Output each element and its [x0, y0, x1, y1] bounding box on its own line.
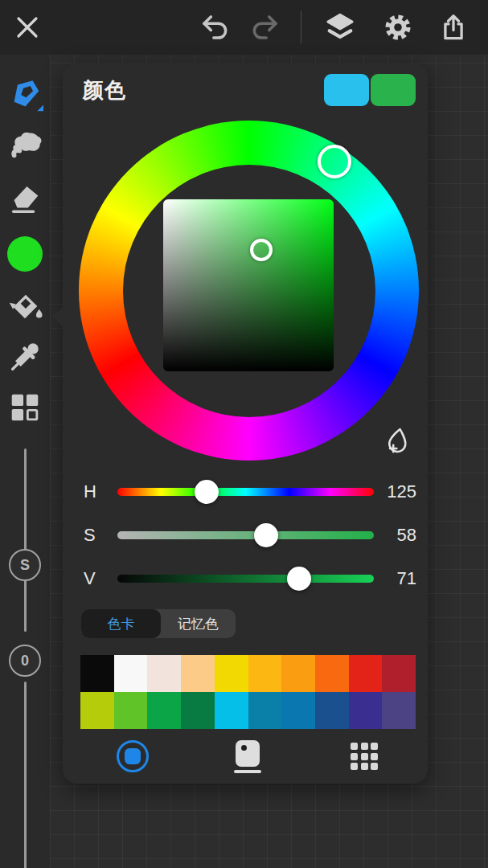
fill-bucket-icon[interactable]: [6, 287, 44, 326]
hue-slider-value: 125: [368, 481, 416, 502]
saturation-slider-label: S: [84, 525, 96, 546]
color-palette: [80, 655, 416, 729]
value-slider-track[interactable]: [117, 575, 374, 583]
brush-size-slider-track[interactable]: [24, 448, 27, 632]
current-color-swatch[interactable]: [7, 236, 43, 272]
palette-swatch[interactable]: [80, 692, 114, 729]
palette-row: [80, 692, 416, 729]
panel-title: 颜色: [83, 76, 126, 104]
palette-row: [80, 655, 416, 692]
toolbar-divider: [301, 11, 301, 43]
palette-swatch[interactable]: [382, 655, 416, 692]
brush-tool-icon[interactable]: [6, 76, 44, 114]
brush-opacity-slider-knob[interactable]: 0: [9, 645, 41, 677]
palette-swatch[interactable]: [248, 655, 282, 692]
palette-tabs: 色卡 记忆色: [81, 609, 236, 638]
value-slider-knob[interactable]: [287, 567, 311, 591]
palette-swatch[interactable]: [315, 692, 349, 729]
hue-slider-row: H 125: [63, 478, 428, 506]
app-root: S 0 颜色 H 125: [0, 0, 488, 868]
add-color-drop-icon[interactable]: [383, 425, 413, 456]
palette-swatch[interactable]: [349, 692, 383, 729]
grid-mode-icon[interactable]: [347, 739, 382, 774]
saturation-slider-knob[interactable]: [254, 523, 278, 547]
palette-swatch[interactable]: [80, 655, 114, 692]
tab-memory-colors[interactable]: 记忆色: [161, 609, 236, 638]
palette-swatch[interactable]: [114, 692, 148, 729]
palette-swatch[interactable]: [315, 655, 349, 692]
hue-slider-track[interactable]: [117, 488, 374, 496]
hue-wheel-cursor[interactable]: [318, 145, 351, 178]
eraser-tool-icon[interactable]: [6, 178, 44, 217]
brush-size-slider-knob[interactable]: S: [9, 549, 41, 581]
value-slider-row: V 71: [63, 565, 428, 592]
saturation-slider-track[interactable]: [117, 531, 374, 539]
saturation-value-cursor[interactable]: [250, 239, 273, 261]
primary-color-swatch[interactable]: [371, 74, 416, 106]
eyedropper-icon[interactable]: [6, 337, 44, 375]
brush-opacity-slider-track[interactable]: [24, 682, 27, 868]
swatch-grid-icon[interactable]: [6, 388, 44, 427]
palette-swatch[interactable]: [281, 692, 315, 729]
palette-swatch[interactable]: [215, 655, 248, 692]
secondary-color-swatch[interactable]: [324, 74, 369, 106]
hue-slider-knob[interactable]: [195, 480, 219, 504]
palette-swatch[interactable]: [147, 655, 181, 692]
palette-swatch[interactable]: [181, 655, 215, 692]
saturation-slider-value: 58: [368, 525, 416, 546]
redo-icon[interactable]: [248, 10, 283, 45]
hue-slider-label: H: [84, 481, 96, 502]
palette-swatch[interactable]: [114, 655, 148, 692]
saturation-slider-row: S 58: [63, 522, 428, 549]
value-slider-label: V: [84, 568, 96, 589]
wheel-mode-icon[interactable]: [115, 739, 150, 774]
palette-swatch[interactable]: [147, 692, 181, 729]
top-toolbar: [0, 0, 488, 55]
value-slider-value: 71: [368, 568, 416, 589]
palette-swatch[interactable]: [215, 692, 248, 729]
palette-swatch[interactable]: [248, 692, 282, 729]
palette-swatch[interactable]: [349, 655, 383, 692]
tool-sidebar: S 0: [0, 55, 50, 868]
palette-swatch[interactable]: [281, 655, 315, 692]
undo-icon[interactable]: [197, 10, 232, 45]
card-mode-icon[interactable]: [230, 739, 265, 774]
panel-pointer-arrow: [52, 306, 64, 327]
smudge-tool-icon[interactable]: [6, 124, 44, 162]
layers-icon[interactable]: [322, 10, 358, 45]
close-icon[interactable]: [10, 10, 45, 45]
palette-swatch[interactable]: [382, 692, 416, 729]
color-panel: 颜色 H 125 S: [63, 63, 428, 784]
palette-swatch[interactable]: [181, 692, 215, 729]
settings-gear-icon[interactable]: [380, 10, 416, 45]
share-export-icon[interactable]: [436, 10, 471, 45]
saturation-value-square[interactable]: [163, 199, 334, 371]
tab-color-card[interactable]: 色卡: [81, 609, 161, 638]
